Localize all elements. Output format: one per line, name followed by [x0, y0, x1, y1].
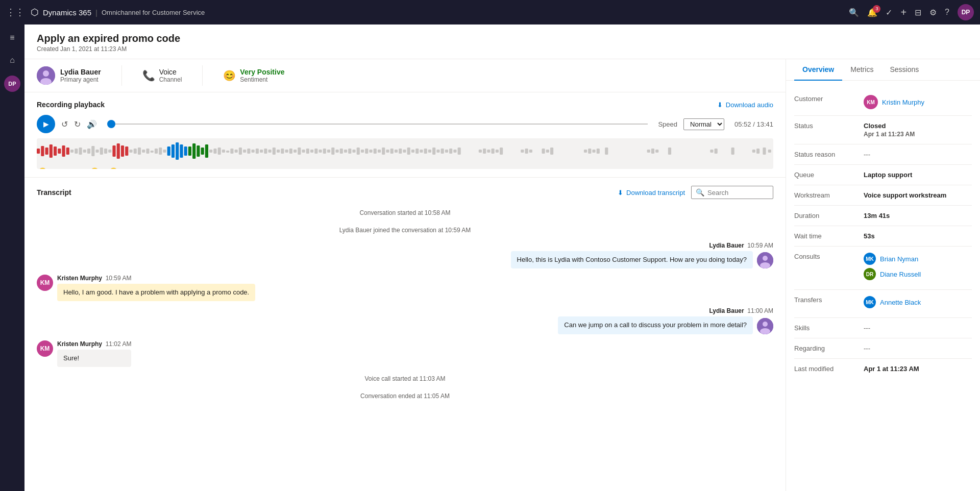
user-avatar[interactable]: DP	[958, 4, 974, 20]
svg-rect-70	[318, 150, 322, 153]
status-label: Status	[794, 122, 855, 130]
customer-value: KM Kristin Murphy	[864, 95, 972, 109]
svg-rect-113	[542, 149, 545, 154]
notifications-icon[interactable]: 🔔 3	[867, 8, 877, 17]
download-audio-link[interactable]: ⬇ Download audio	[717, 101, 773, 109]
case-title: Apply an expired promo code	[37, 33, 968, 44]
svg-rect-99	[441, 149, 444, 154]
customer-name[interactable]: Kristin Murphy	[882, 99, 924, 106]
svg-rect-116	[584, 150, 587, 153]
svg-rect-73	[331, 148, 334, 155]
case-subtitle: Created Jan 1, 2021 at 11:23 AM	[37, 45, 968, 53]
svg-rect-104	[479, 150, 482, 153]
volume-icon[interactable]: 🔊	[87, 119, 97, 129]
right-panel: Overview Metrics Sessions Customer KM Kr…	[786, 59, 980, 491]
consult-item-1: MK Brian Nyman	[864, 253, 972, 265]
svg-rect-91	[407, 148, 410, 155]
recording-section: Recording playback ⬇ Download audio ▶ ↺ …	[24, 92, 786, 178]
add-icon[interactable]: +	[900, 7, 906, 18]
svg-rect-21	[112, 145, 115, 157]
svg-rect-107	[492, 149, 495, 154]
waffle-icon[interactable]: ⋮⋮	[6, 7, 24, 18]
svg-rect-81	[365, 149, 368, 154]
svg-rect-68	[310, 150, 313, 153]
play-button[interactable]: ▶	[37, 115, 55, 133]
svg-rect-58	[268, 150, 272, 153]
waveform-container[interactable]: // This will be done via inline rects	[37, 138, 773, 169]
progress-bar-container[interactable]	[107, 120, 648, 128]
detail-row-status: Status Closed Apr 1 at 11:23 AM	[794, 116, 972, 144]
download-icon: ⬇	[717, 101, 723, 109]
download-transcript-link[interactable]: ⬇ Download transcript	[618, 189, 685, 197]
consult-name-1[interactable]: Brian Nyman	[880, 255, 918, 263]
svg-rect-79	[357, 148, 360, 155]
queue-label: Queue	[794, 171, 855, 179]
progress-thumb[interactable]	[107, 120, 115, 128]
message-agent-1: Lydia Bauer 10:59 AM Hello, this is Lydi…	[37, 242, 773, 268]
svg-rect-87	[390, 149, 394, 154]
msg-bubble: Hello, this is Lydia with Contoso Custom…	[511, 251, 753, 268]
sidebar-home-icon[interactable]: ⌂	[3, 51, 21, 69]
transcript-header: Transcript ⬇ Download transcript 🔍	[37, 186, 773, 199]
svg-rect-128	[752, 150, 755, 153]
tab-sessions[interactable]: Sessions	[881, 59, 927, 81]
rewind-10-icon[interactable]: ↺	[61, 119, 68, 129]
help-icon[interactable]: ?	[945, 8, 949, 17]
svg-rect-117	[588, 149, 591, 154]
svg-rect-48	[226, 151, 229, 153]
speed-select[interactable]: Normal 0.5x 0.75x 1.25x 1.5x 2x	[683, 118, 724, 130]
detail-row-status-reason: Status reason ---	[794, 144, 972, 165]
transfer-name-1[interactable]: Annette Black	[880, 299, 921, 306]
wait-time-label: Wait time	[794, 232, 855, 240]
module-name: Omnichannel for Customer Service	[102, 9, 205, 16]
svg-rect-108	[496, 150, 499, 153]
svg-rect-69	[314, 149, 317, 154]
tab-overview[interactable]: Overview	[794, 59, 842, 81]
download-transcript-label: Download transcript	[626, 189, 685, 197]
main-columns: Lydia Bauer Primary agent 📞 Voice Channe…	[24, 59, 980, 491]
settings-icon[interactable]: ⚙	[929, 8, 937, 17]
skills-value: ---	[864, 324, 972, 332]
tab-metrics[interactable]: Metrics	[842, 59, 881, 81]
svg-rect-86	[386, 150, 389, 153]
svg-point-1	[43, 70, 49, 77]
transfer-item-1: MK Annette Black	[864, 296, 972, 308]
svg-rect-25	[129, 150, 132, 153]
svg-rect-51	[239, 148, 242, 155]
svg-rect-100	[445, 150, 448, 153]
transcript-search-box[interactable]: 🔍	[691, 186, 773, 199]
filter-icon[interactable]: ⊟	[915, 8, 921, 17]
agent-msg-avatar	[757, 252, 773, 268]
content-area: Apply an expired promo code Created Jan …	[24, 24, 980, 491]
consult-name-2[interactable]: Diane Russell	[880, 271, 921, 278]
sidebar-user-avatar[interactable]: DP	[4, 76, 20, 92]
svg-rect-18	[100, 148, 103, 155]
channel-info-text: Voice Channel	[159, 68, 182, 83]
transcript-actions: ⬇ Download transcript 🔍	[618, 186, 773, 199]
svg-rect-53	[247, 149, 250, 154]
svg-rect-49	[230, 149, 233, 154]
sidebar-menu-icon[interactable]: ≡	[3, 29, 21, 47]
forward-10-icon[interactable]: ↻	[74, 119, 81, 129]
case-header: Apply an expired promo code Created Jan …	[24, 24, 980, 59]
transcript-search-input[interactable]	[707, 189, 769, 197]
checkmark-icon[interactable]: ✓	[886, 8, 892, 17]
svg-rect-22	[117, 143, 120, 159]
svg-rect-14	[83, 150, 86, 153]
svg-rect-24	[125, 146, 128, 156]
svg-rect-98	[436, 150, 439, 153]
sentiment-label: Sentiment	[240, 76, 284, 83]
channel-label: Channel	[159, 76, 182, 83]
svg-rect-15	[87, 149, 90, 154]
transcript-section: Transcript ⬇ Download transcript 🔍	[24, 178, 786, 491]
search-icon[interactable]: 🔍	[849, 8, 859, 17]
duration-label: Duration	[794, 212, 855, 219]
detail-row-queue: Queue Laptop support	[794, 165, 972, 185]
consults-label: Consults	[794, 253, 855, 260]
detail-row-workstream: Workstream Voice support workstream	[794, 185, 972, 206]
svg-rect-19	[104, 149, 107, 154]
workstream-label: Workstream	[794, 191, 855, 199]
svg-rect-8	[58, 149, 61, 154]
workstream-value: Voice support workstream	[864, 191, 972, 199]
svg-rect-95	[424, 149, 427, 154]
